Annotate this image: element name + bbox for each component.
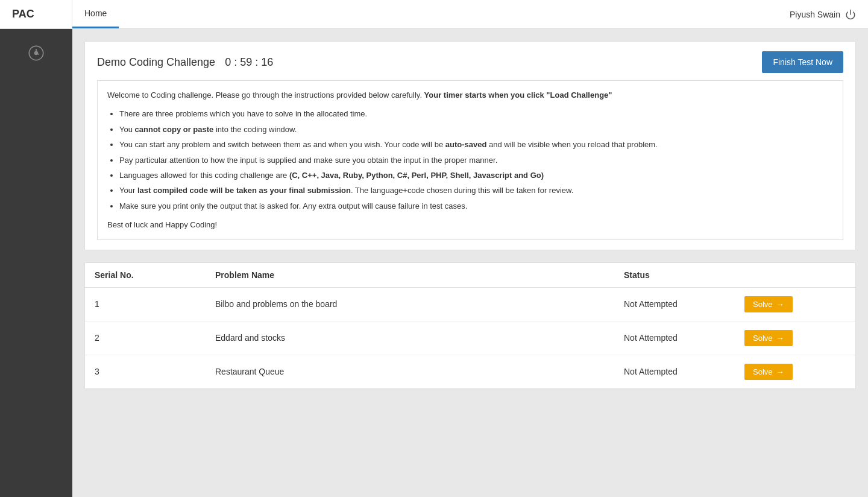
solve-button-3[interactable]: Solve →	[744, 364, 793, 380]
challenge-title: Demo Coding Challenge	[97, 56, 215, 69]
bold-languages: (C, C++, Java, Ruby, Python, C#, Perl, P…	[289, 171, 544, 180]
row-problem: Eddard and stocks	[206, 321, 614, 355]
challenge-timer: 0 : 59 : 16	[225, 56, 273, 69]
layout: Demo Coding Challenge 0 : 59 : 16 Finish…	[0, 29, 868, 497]
home-label: Home	[84, 8, 107, 18]
bold-final-submission: last compiled code will be taken as your…	[137, 186, 351, 195]
arrow-right-icon-3: →	[776, 367, 784, 376]
brand-text: PAC	[12, 8, 34, 21]
power-icon[interactable]	[845, 9, 856, 20]
instruction-item: Your last compiled code will be taken as…	[119, 183, 833, 197]
row-action: Solve →	[735, 287, 855, 321]
instruction-item: Languages allowed for this coding challe…	[119, 168, 833, 182]
home-tab[interactable]: Home	[72, 0, 119, 28]
main-content: Demo Coding Challenge 0 : 59 : 16 Finish…	[72, 29, 868, 497]
sidebar-dashboard-icon[interactable]	[24, 41, 48, 65]
col-serial: Serial No.	[85, 263, 206, 288]
navbar: PAC Home Piyush Swain	[0, 0, 868, 29]
col-problem: Problem Name	[206, 263, 614, 288]
instruction-item: Make sure you print only the output that…	[119, 199, 833, 213]
title-timer-group: Demo Coding Challenge 0 : 59 : 16	[97, 56, 273, 69]
row-serial: 2	[85, 321, 206, 355]
instructions-list: There are three problems which you have …	[107, 107, 833, 213]
table-row: 2 Eddard and stocks Not Attempted Solve …	[85, 321, 855, 355]
svg-point-2	[35, 52, 38, 55]
finish-test-button[interactable]: Finish Test Now	[762, 51, 843, 73]
col-status: Status	[614, 263, 735, 288]
arrow-right-icon-2: →	[776, 334, 784, 343]
goodluck-text: Best of luck and Happy Coding!	[107, 218, 833, 232]
username-label: Piyush Swain	[790, 10, 840, 19]
challenge-card: Demo Coding Challenge 0 : 59 : 16 Finish…	[84, 41, 856, 250]
row-status: Not Attempted	[614, 287, 735, 321]
table-row: 1 Bilbo and problems on the board Not At…	[85, 287, 855, 321]
bold-timer-text: Your timer starts when you click "Load C…	[424, 90, 612, 100]
row-status: Not Attempted	[614, 321, 735, 355]
table-header: Serial No. Problem Name Status	[85, 263, 855, 288]
instruction-item: There are three problems which you have …	[119, 107, 833, 121]
sidebar	[0, 29, 72, 497]
solve-button-2[interactable]: Solve →	[744, 330, 793, 346]
solve-button-1[interactable]: Solve →	[744, 296, 793, 312]
solve-label-2: Solve	[753, 334, 773, 343]
instruction-item: You can start any problem and switch bet…	[119, 138, 833, 151]
row-serial: 3	[85, 355, 206, 388]
instruction-item: Pay particular attention to how the inpu…	[119, 153, 833, 167]
instruction-item: You cannot copy or paste into the coding…	[119, 122, 833, 136]
navbar-right: Piyush Swain	[790, 9, 868, 20]
problems-tbody: 1 Bilbo and problems on the board Not At…	[85, 287, 855, 388]
row-serial: 1	[85, 287, 206, 321]
problems-card: Serial No. Problem Name Status 1 Bilbo a…	[84, 262, 856, 389]
table-row: 3 Restaurant Queue Not Attempted Solve →	[85, 355, 855, 388]
col-action	[735, 263, 855, 288]
row-action: Solve →	[735, 355, 855, 388]
row-action: Solve →	[735, 321, 855, 355]
instructions-box: Welcome to Coding challenge. Please go t…	[97, 80, 843, 240]
arrow-right-icon-1: →	[776, 300, 784, 309]
solve-label-1: Solve	[753, 300, 773, 309]
bold-copy-paste: cannot copy or paste	[135, 125, 214, 134]
solve-label-3: Solve	[753, 367, 773, 376]
bold-autosave: auto-saved	[445, 140, 487, 149]
welcome-text: Welcome to Coding challenge. Please go t…	[107, 88, 833, 102]
row-problem: Bilbo and problems on the board	[206, 287, 614, 321]
brand-logo: PAC	[0, 0, 72, 28]
problems-table: Serial No. Problem Name Status 1 Bilbo a…	[85, 263, 855, 388]
row-status: Not Attempted	[614, 355, 735, 388]
row-problem: Restaurant Queue	[206, 355, 614, 388]
challenge-header: Demo Coding Challenge 0 : 59 : 16 Finish…	[97, 51, 843, 73]
